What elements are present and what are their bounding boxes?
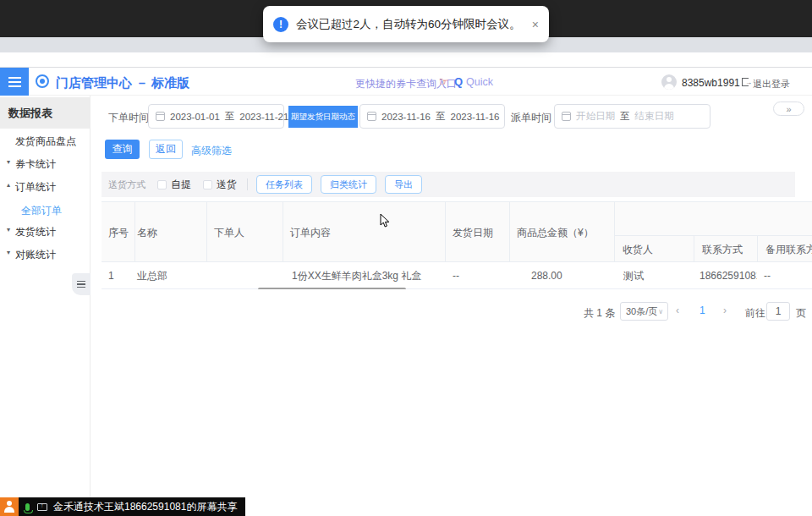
col-receiver: 收货人	[615, 235, 694, 263]
goto-page-input[interactable]	[766, 302, 790, 321]
range-separator: 至	[225, 110, 235, 123]
advanced-filter-link[interactable]: 高级筛选	[191, 144, 232, 158]
sidebar-item-label: 对账统计	[15, 248, 56, 262]
query-label: 查询	[112, 142, 133, 156]
delivery-toolbar: 送货方式 自提 送货 任务列表 归类统计 导出	[102, 172, 795, 197]
date-start: 2023-11-16	[381, 112, 431, 122]
expected-ship-range-input[interactable]: 2023-11-16 至 2023-11-16	[359, 104, 505, 129]
cell-orderer	[207, 262, 283, 289]
dispatch-time-range-input[interactable]: 开始日期 至 结束日期	[554, 104, 710, 129]
sidebar-item-label: 订单统计	[15, 180, 56, 195]
browser-toolbar	[0, 52, 812, 68]
screen-share-bar: 金禾通技术王斌18662591081的屏幕共享	[0, 497, 245, 516]
pagination-total: 共 1 条	[584, 306, 615, 321]
export-label: 导出	[394, 178, 413, 191]
export-button[interactable]: 导出	[385, 175, 422, 194]
date-end: 2023-11-16	[450, 112, 499, 122]
collapse-filters-button[interactable]: »	[773, 102, 804, 116]
sidebar-collapse-handle[interactable]	[72, 273, 91, 295]
page-size-select[interactable]: 30条/页 ∨	[620, 302, 668, 321]
cell-amount: 288.00	[510, 262, 615, 289]
classify-stats-button[interactable]: 归类统计	[321, 175, 376, 194]
sidebar-item-reconciliation-stats[interactable]: ▾ 对账统计	[0, 248, 91, 263]
date-start: 2023-01-01	[170, 112, 220, 122]
col-alt-contact: 备用联系方	[757, 235, 812, 263]
calendar-icon	[562, 112, 571, 121]
expected-ship-date-tag[interactable]: 期望发货日期动态	[288, 106, 358, 128]
meeting-toast: ! 会议已超过2人，自动转为60分钟限时会议。 ×	[263, 6, 549, 42]
date-end: 2023-11-21	[239, 112, 288, 122]
sidebar-item-coupon-stats[interactable]: ▾ 券卡统计	[0, 157, 91, 173]
logout-button[interactable]: 退出登录	[753, 78, 790, 91]
page-size-value: 30条/页	[626, 305, 657, 318]
col-name: 名称	[135, 202, 207, 263]
cell-name: 业总部	[135, 262, 207, 289]
cell-ship-date: --	[446, 262, 510, 289]
cell-phone: 18662591081	[694, 262, 757, 289]
order-time-label: 下单时间	[108, 111, 149, 125]
sidebar-item-shipping-stats[interactable]: ▾ 发货统计	[0, 225, 91, 240]
divider	[247, 178, 248, 190]
prev-page-icon[interactable]: ‹	[676, 305, 679, 316]
dispatch-time-label: 派单时间	[511, 111, 551, 125]
pickup-checkbox[interactable]	[157, 180, 167, 189]
cell-receiver: 测试	[615, 262, 694, 289]
task-list-button[interactable]: 任务列表	[256, 175, 312, 194]
query-button[interactable]: 查询	[105, 140, 140, 159]
app-title: 门店管理中心 － 标准版	[56, 75, 189, 91]
expand-arrow-icon: ▾	[7, 226, 10, 233]
cell-no: 1	[102, 262, 135, 289]
back-button[interactable]: 返回	[149, 140, 183, 159]
toast-close-icon[interactable]: ×	[532, 18, 539, 31]
cell-alt-contact: --	[757, 262, 812, 289]
app-logo	[36, 74, 49, 88]
back-label: 返回	[156, 142, 176, 156]
col-phone: 联系方式	[694, 235, 757, 263]
date-start-placeholder: 开始日期	[576, 110, 615, 123]
col-amount: 商品总金额（¥）	[510, 202, 615, 263]
date-end-placeholder: 结束日期	[635, 110, 674, 123]
chevron-down-icon: ∨	[658, 308, 663, 316]
sidebar-item-shipped-goods[interactable]: 发货商品盘点	[0, 134, 91, 150]
calendar-icon	[156, 112, 165, 121]
order-time-range-input[interactable]: 2023-01-01 至 2023-11-21	[148, 104, 284, 129]
table-header: 序号 名称 下单人 订单内容 发货日期 商品总金额（¥） 收货人 联系方式 备用…	[102, 201, 812, 262]
pointing-hand-icon: ☞	[439, 75, 449, 88]
username: 8385wb1991	[682, 77, 740, 89]
task-list-label: 任务列表	[266, 178, 303, 191]
page-unit-label: 页	[796, 306, 806, 321]
current-page[interactable]: 1	[700, 305, 705, 316]
logout-icon	[742, 78, 749, 86]
deliver-label: 送货	[217, 178, 237, 192]
hamburger-menu-button[interactable]	[0, 68, 29, 96]
microphone-icon	[25, 503, 30, 511]
sidebar-item-label: 发货商品盘点	[15, 134, 76, 149]
sidebar-header-label: 数据报表	[8, 106, 52, 121]
deliver-checkbox[interactable]	[203, 180, 212, 189]
col-content: 订单内容	[283, 202, 446, 263]
expand-arrow-icon: ▾	[7, 249, 10, 256]
expand-arrow-icon: ▾	[7, 158, 10, 166]
info-icon: !	[273, 17, 288, 32]
next-page-icon[interactable]: ›	[723, 305, 727, 316]
sidebar-item-label: 券卡统计	[15, 157, 56, 172]
sidebar-item-label: 发货统计	[15, 225, 56, 239]
quick-search-icon[interactable]: Q	[454, 75, 463, 88]
mouse-cursor	[380, 213, 390, 228]
sidebar-header: 数据报表	[0, 97, 91, 129]
sidebar-item-order-stats[interactable]: ▴ 订单统计	[0, 180, 91, 195]
sidebar-item-all-orders-active[interactable]: 全部订单	[0, 204, 91, 219]
sidebar-item-label: 全部订单	[21, 204, 62, 218]
table-row: 1 业总部 1份XX生鲜羊肉礼盒3kg 礼盒 -- 288.00 测试 1866…	[102, 262, 812, 289]
cell-content: 1份XX生鲜羊肉礼盒3kg 礼盒	[283, 262, 446, 289]
calendar-icon	[367, 112, 376, 121]
col-orderer: 下单人	[207, 202, 283, 263]
range-separator: 至	[620, 110, 630, 123]
col-no: 序号	[102, 202, 135, 263]
screen-share-icon	[37, 503, 47, 511]
col-ship-date: 发货日期	[446, 202, 510, 263]
goto-label: 前往	[745, 306, 765, 321]
horizontal-scrollbar-thumb[interactable]	[258, 288, 406, 289]
user-avatar	[661, 74, 677, 90]
quick-label[interactable]: Quick	[466, 76, 493, 88]
